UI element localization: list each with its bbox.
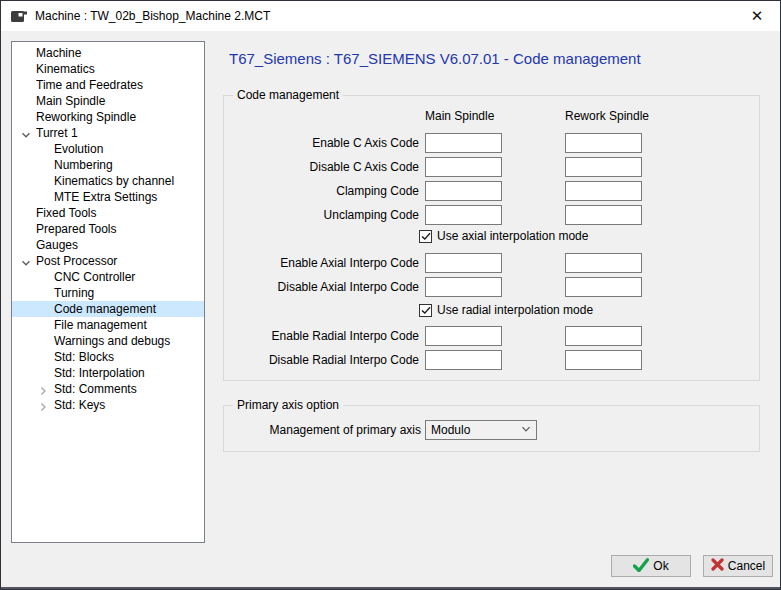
window-title: Machine : TW_02b_Bishop_Machine 2.MCT	[35, 9, 270, 23]
tree-item-fixed-tools[interactable]: Fixed Tools	[12, 205, 204, 221]
enable-axial-interpo-rework-input[interactable]	[565, 253, 642, 273]
checkbox-label: Use radial interpolation mode	[437, 303, 593, 317]
tree-item-time-and-feedrates[interactable]: Time and Feedrates	[12, 77, 204, 93]
cancel-button-label: Cancel	[728, 559, 765, 573]
machine-icon	[10, 7, 28, 25]
disable-c-axis-main-input[interactable]	[425, 157, 502, 177]
disable-c-axis-label: Disable C Axis Code	[224, 157, 419, 177]
clamping-code-label: Clamping Code	[224, 181, 419, 201]
page-title: T67_Siemens : T67_SIEMENS V6.07.01 - Cod…	[229, 50, 641, 67]
ok-button-label: Ok	[653, 559, 668, 573]
tree-item-code-management[interactable]: Code management	[12, 301, 204, 317]
use-axial-interpolation-checkbox[interactable]: Use axial interpolation mode	[419, 229, 588, 243]
tree-item-std-interpolation[interactable]: Std: Interpolation	[12, 365, 204, 381]
tree-item-kinematics[interactable]: Kinematics	[12, 61, 204, 77]
unclamping-code-rework-input[interactable]	[565, 205, 642, 225]
tree-item-gauges[interactable]: Gauges	[12, 237, 204, 253]
tree-item-evolution[interactable]: Evolution	[12, 141, 204, 157]
tree-item-mte-extra-settings[interactable]: MTE Extra Settings	[12, 189, 204, 205]
ok-button[interactable]: Ok	[611, 555, 691, 577]
checkmark-icon	[419, 304, 432, 317]
management-primary-axis-label: Management of primary axis	[224, 420, 421, 440]
tree-item-numbering[interactable]: Numbering	[12, 157, 204, 173]
settings-tree: Machine Kinematics Time and Feedrates Ma…	[11, 41, 205, 543]
unclamping-code-label: Unclamping Code	[224, 205, 419, 225]
selected-value: Modulo	[431, 423, 470, 437]
chevron-right-icon[interactable]	[38, 384, 48, 394]
disable-axial-interpo-main-input[interactable]	[425, 277, 502, 297]
checkmark-icon	[419, 230, 432, 243]
enable-axial-interpo-label: Enable Axial Interpo Code	[224, 253, 419, 273]
use-radial-interpolation-checkbox[interactable]: Use radial interpolation mode	[419, 303, 593, 317]
tree-item-kinematics-by-channel[interactable]: Kinematics by channel	[12, 173, 204, 189]
tree-item-file-management[interactable]: File management	[12, 317, 204, 333]
disable-radial-interpo-label: Disable Radial Interpo Code	[224, 350, 419, 370]
tree-item-prepared-tools[interactable]: Prepared Tools	[12, 221, 204, 237]
chevron-down-icon	[521, 423, 531, 437]
tree-item-std-blocks[interactable]: Std: Blocks	[12, 349, 204, 365]
tree-item-turning[interactable]: Turning	[12, 285, 204, 301]
checkbox-label: Use axial interpolation mode	[437, 229, 588, 243]
machine-dialog-window: Machine : TW_02b_Bishop_Machine 2.MCT ✕ …	[0, 0, 781, 590]
disable-radial-interpo-rework-input[interactable]	[565, 350, 642, 370]
clamping-code-rework-input[interactable]	[565, 181, 642, 201]
enable-radial-interpo-rework-input[interactable]	[565, 326, 642, 346]
title-bar: Machine : TW_02b_Bishop_Machine 2.MCT ✕	[1, 1, 780, 31]
close-icon[interactable]: ✕	[743, 5, 771, 27]
cancel-button[interactable]: Cancel	[703, 555, 773, 577]
clamping-code-main-input[interactable]	[425, 181, 502, 201]
tree-item-turret-1[interactable]: Turret 1	[12, 125, 204, 141]
disable-radial-interpo-main-input[interactable]	[425, 350, 502, 370]
disable-axial-interpo-label: Disable Axial Interpo Code	[224, 277, 419, 297]
tree-item-reworking-spindle[interactable]: Reworking Spindle	[12, 109, 204, 125]
enable-radial-interpo-label: Enable Radial Interpo Code	[224, 326, 419, 346]
enable-axial-interpo-main-input[interactable]	[425, 253, 502, 273]
green-check-icon	[633, 558, 649, 575]
chevron-right-icon[interactable]	[38, 400, 48, 410]
tree-item-cnc-controller[interactable]: CNC Controller	[12, 269, 204, 285]
group-title: Primary axis option	[233, 398, 343, 412]
tree-item-std-comments[interactable]: Std: Comments	[12, 381, 204, 397]
tree-item-main-spindle[interactable]: Main Spindle	[12, 93, 204, 109]
column-header-main-spindle: Main Spindle	[425, 109, 494, 123]
tree-item-warnings-and-debugs[interactable]: Warnings and debugs	[12, 333, 204, 349]
code-management-group: Code management Main Spindle Rework Spin…	[223, 95, 760, 381]
chevron-down-icon[interactable]	[21, 256, 31, 266]
tree-item-machine[interactable]: Machine	[12, 45, 204, 61]
enable-c-axis-rework-input[interactable]	[565, 133, 642, 153]
enable-c-axis-label: Enable C Axis Code	[224, 133, 419, 153]
tree-item-post-processor[interactable]: Post Processor	[12, 253, 204, 269]
tree-item-std-keys[interactable]: Std: Keys	[12, 397, 204, 413]
red-cross-icon	[711, 558, 724, 574]
column-header-rework-spindle: Rework Spindle	[565, 109, 649, 123]
enable-c-axis-main-input[interactable]	[425, 133, 502, 153]
chevron-down-icon[interactable]	[21, 128, 31, 138]
primary-axis-select[interactable]: Modulo	[425, 420, 537, 440]
unclamping-code-main-input[interactable]	[425, 205, 502, 225]
enable-radial-interpo-main-input[interactable]	[425, 326, 502, 346]
disable-axial-interpo-rework-input[interactable]	[565, 277, 642, 297]
disable-c-axis-rework-input[interactable]	[565, 157, 642, 177]
primary-axis-option-group: Primary axis option Management of primar…	[223, 405, 760, 452]
group-title: Code management	[233, 88, 343, 102]
